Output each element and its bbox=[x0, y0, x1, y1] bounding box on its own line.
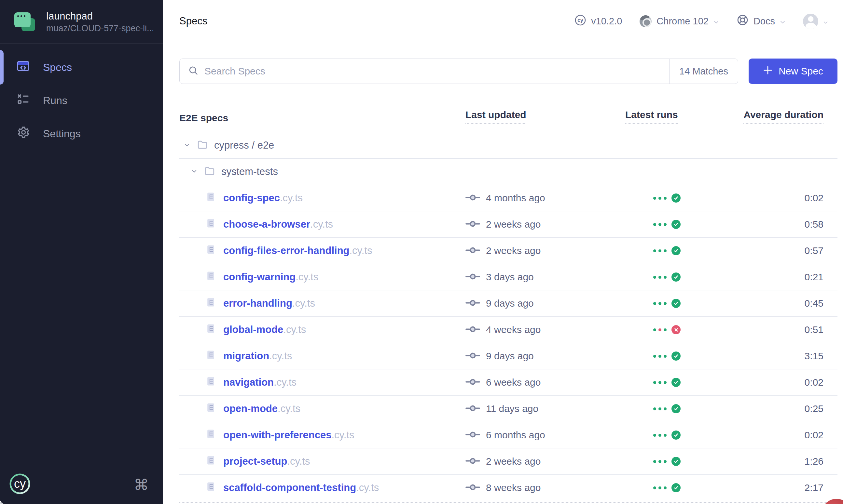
run-dot bbox=[658, 328, 661, 331]
latest-runs-cell[interactable] bbox=[625, 272, 681, 282]
duration-text: 2:17 bbox=[681, 482, 838, 493]
spec-row[interactable]: open-with-preferences .cy.ts 6 months ag… bbox=[179, 422, 838, 448]
spec-extension: .cy.ts bbox=[349, 245, 372, 256]
duration-text: 0:02 bbox=[681, 193, 838, 203]
spec-name[interactable]: config-files-error-handling bbox=[223, 245, 349, 256]
spec-name[interactable]: migration bbox=[223, 350, 269, 362]
spec-name[interactable]: choose-a-browser bbox=[223, 218, 310, 230]
spec-row[interactable]: global-mode .cy.ts 4 weeks ago 0:51 bbox=[179, 317, 838, 343]
spec-name[interactable]: navigation bbox=[223, 377, 274, 388]
git-commit-icon bbox=[465, 482, 480, 493]
duration-text: 3:15 bbox=[681, 350, 838, 362]
spec-extension: .cy.ts bbox=[287, 455, 310, 467]
duration-text: 0:02 bbox=[681, 377, 838, 388]
spec-extension: .cy.ts bbox=[310, 218, 333, 230]
last-updated-text: 3 days ago bbox=[486, 271, 534, 283]
project-header[interactable]: launchpad muaz/CLOUD-577-spec-li... bbox=[0, 0, 163, 43]
run-dot bbox=[658, 460, 661, 463]
run-dot bbox=[653, 328, 656, 331]
run-status-icon bbox=[671, 220, 681, 229]
latest-runs-cell[interactable] bbox=[625, 352, 681, 361]
spec-row[interactable]: scaffold-component-testing .cy.ts 8 week… bbox=[179, 475, 838, 501]
keyboard-shortcuts-icon[interactable]: ⌘ bbox=[134, 476, 149, 493]
spec-extension: .cy.ts bbox=[331, 429, 354, 441]
spec-row[interactable]: config-spec .cy.ts 4 months ago 0:02 bbox=[179, 185, 838, 211]
docs-menu[interactable]: Docs bbox=[737, 14, 786, 28]
user-menu[interactable] bbox=[803, 14, 828, 29]
latest-runs-cell[interactable] bbox=[625, 483, 681, 492]
sidebar-item-label: Specs bbox=[43, 61, 72, 73]
last-updated-text: 6 weeks ago bbox=[486, 377, 540, 388]
spec-rows: config-spec .cy.ts 4 months ago 0:02 bbox=[179, 185, 838, 501]
latest-runs-cell[interactable] bbox=[625, 457, 681, 466]
browser-selector[interactable]: Chrome 102 bbox=[640, 15, 719, 27]
search-box[interactable]: 14 Matches bbox=[179, 58, 738, 84]
run-dot bbox=[658, 355, 661, 358]
latest-runs-cell[interactable] bbox=[625, 299, 681, 308]
spec-name[interactable]: scaffold-component-testing bbox=[223, 482, 356, 493]
run-dot bbox=[664, 276, 667, 279]
duration-text: 0:25 bbox=[681, 403, 838, 414]
spec-row[interactable]: config-files-error-handling .cy.ts 2 wee… bbox=[179, 238, 838, 264]
latest-runs-cell[interactable] bbox=[625, 325, 681, 334]
col-last-updated[interactable]: Last updated bbox=[465, 109, 625, 124]
spec-file-icon bbox=[205, 192, 216, 204]
spec-name[interactable]: config-spec bbox=[223, 192, 280, 204]
duration-text: 0:58 bbox=[681, 219, 838, 230]
duration-text: 0:57 bbox=[681, 245, 838, 256]
avatar bbox=[803, 14, 818, 29]
spec-name[interactable]: config-warning bbox=[223, 271, 295, 283]
chevron-down-icon[interactable] bbox=[190, 166, 198, 177]
page-title: Specs bbox=[179, 15, 207, 27]
spec-name[interactable]: global-mode bbox=[223, 324, 283, 336]
sidebar-item-settings[interactable]: Settings bbox=[0, 117, 163, 150]
latest-runs-cell[interactable] bbox=[625, 194, 681, 202]
git-commit-icon bbox=[465, 350, 480, 362]
spec-row[interactable]: choose-a-browser .cy.ts 2 weeks ago 0:58 bbox=[179, 211, 838, 238]
latest-runs-cell[interactable] bbox=[625, 220, 681, 229]
col-average-duration[interactable]: Average duration bbox=[681, 109, 838, 124]
spec-name[interactable]: open-with-preferences bbox=[223, 429, 331, 441]
run-dot bbox=[653, 355, 656, 358]
spec-row[interactable]: navigation .cy.ts 6 weeks ago 0:02 bbox=[179, 370, 838, 396]
run-dot bbox=[653, 197, 656, 200]
chevron-down-icon bbox=[780, 16, 786, 27]
spec-row[interactable]: open-mode .cy.ts 11 days ago 0:25 bbox=[179, 396, 838, 422]
spec-file-icon bbox=[205, 376, 216, 389]
search-input[interactable] bbox=[204, 59, 669, 84]
run-dot bbox=[664, 486, 667, 489]
spec-file-icon bbox=[205, 455, 216, 468]
run-status-icon bbox=[671, 352, 681, 361]
folder-row[interactable]: cypress / e2e bbox=[179, 132, 838, 159]
folder-row[interactable]: system-tests bbox=[179, 159, 838, 185]
runs-icon bbox=[16, 92, 30, 109]
sidebar-item-specs[interactable]: Specs bbox=[0, 51, 163, 84]
sidebar-item-runs[interactable]: Runs bbox=[0, 84, 163, 117]
latest-runs-cell[interactable] bbox=[625, 246, 681, 255]
chevron-down-icon[interactable] bbox=[183, 140, 191, 151]
spec-row[interactable]: migration .cy.ts 9 days ago 3:15 bbox=[179, 343, 838, 370]
latest-runs-cell[interactable] bbox=[625, 431, 681, 439]
latest-runs-cell[interactable] bbox=[625, 378, 681, 387]
spec-name[interactable]: error-handling bbox=[223, 298, 292, 309]
spec-extension: .cy.ts bbox=[274, 377, 296, 388]
run-status-icon bbox=[671, 194, 681, 202]
gear-icon bbox=[16, 126, 30, 142]
spec-row[interactable]: project-setup .cy.ts 2 weeks ago 1:26 bbox=[179, 448, 838, 475]
spec-name[interactable]: open-mode bbox=[223, 403, 278, 415]
chevron-down-icon bbox=[713, 16, 719, 27]
duration-text: 1:26 bbox=[681, 456, 838, 467]
folder-name: cypress / e2e bbox=[214, 140, 274, 151]
new-spec-button[interactable]: New Spec bbox=[749, 58, 838, 84]
run-dot bbox=[653, 223, 656, 226]
col-latest-runs[interactable]: Latest runs bbox=[625, 109, 681, 124]
spec-row[interactable]: error-handling .cy.ts 9 days ago 0:45 bbox=[179, 290, 838, 317]
spec-file-icon bbox=[205, 429, 216, 442]
folder-icon bbox=[196, 139, 208, 152]
svg-text:cy: cy bbox=[14, 477, 26, 490]
latest-runs-cell[interactable] bbox=[625, 404, 681, 413]
spec-name[interactable]: project-setup bbox=[223, 455, 287, 467]
run-dot bbox=[653, 302, 656, 305]
spec-row[interactable]: config-warning .cy.ts 3 days ago 0:21 bbox=[179, 264, 838, 290]
app-window: launchpad muaz/CLOUD-577-spec-li... Spec… bbox=[0, 0, 843, 504]
